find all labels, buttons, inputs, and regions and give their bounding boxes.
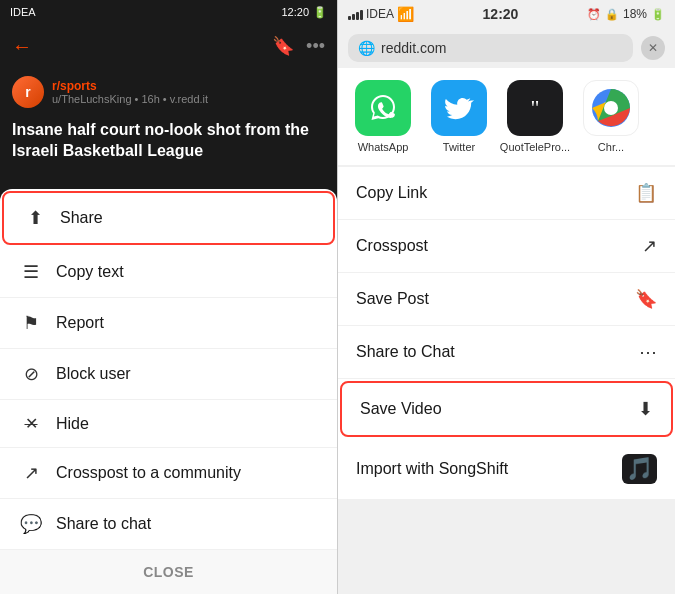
- battery-percent-right: 18%: [623, 7, 647, 21]
- hide-menu-item[interactable]: ✕ Hide: [0, 400, 337, 448]
- report-label: Report: [56, 314, 104, 332]
- twitter-label: Twitter: [443, 141, 475, 153]
- share-to-chat-label: Share to Chat: [356, 343, 455, 361]
- wifi-icon: 📶: [397, 6, 414, 22]
- url-bar: 🌐 reddit.com ✕: [338, 28, 675, 68]
- post-header: r r/sports u/TheLuchsKing • 16h • v.redd…: [0, 68, 337, 116]
- twitter-icon: [431, 80, 487, 136]
- hide-icon: ✕: [20, 414, 42, 433]
- whatsapp-icon: [355, 80, 411, 136]
- share-chat-label: Share to chat: [56, 515, 151, 533]
- crosspost-menu-item[interactable]: ↗ Crosspost to a community: [0, 448, 337, 499]
- signal-bar-1: [348, 16, 351, 20]
- signal-bar-3: [356, 12, 359, 20]
- nav-bar-left: ← 🔖 •••: [0, 24, 337, 68]
- copy-text-menu-item[interactable]: ☰ Copy text: [0, 247, 337, 298]
- copy-link-item[interactable]: Copy Link 📋: [338, 167, 675, 220]
- url-text: reddit.com: [381, 40, 446, 56]
- quot-label: QuotTelePro...: [500, 141, 570, 153]
- status-right-left: 12:20 🔋: [281, 6, 327, 19]
- share-apps-row: WhatsApp Twitter " QuotTelePro...: [338, 68, 675, 165]
- save-video-icon: ⬇: [638, 398, 653, 420]
- quot-icon-text: ": [531, 95, 540, 121]
- twitter-app[interactable]: Twitter: [424, 80, 494, 153]
- share-label: Share: [60, 209, 103, 227]
- import-songshift-label: Import with SongShift: [356, 460, 508, 478]
- bottom-sheet: ⬆ Share ☰ Copy text ⚑ Report ⊘ Block use…: [0, 189, 337, 594]
- import-songshift-icon: 🎵: [622, 454, 657, 484]
- close-button[interactable]: CLOSE: [0, 550, 337, 594]
- import-songshift-item[interactable]: Import with SongShift 🎵: [338, 439, 675, 500]
- url-input-wrap[interactable]: 🌐 reddit.com: [348, 34, 633, 62]
- chrome-label: Chr...: [598, 141, 624, 153]
- left-phone: IDEA 12:20 🔋 ← 🔖 ••• r r/sports u/TheLuc…: [0, 0, 337, 594]
- more-icon[interactable]: •••: [306, 36, 325, 57]
- copy-link-icon: 📋: [635, 182, 657, 204]
- report-icon: ⚑: [20, 312, 42, 334]
- chrome-app[interactable]: Chr...: [576, 80, 646, 153]
- post-meta: r/sports u/TheLuchsKing • 16h • v.redd.i…: [52, 79, 208, 105]
- save-post-label: Save Post: [356, 290, 429, 308]
- share-icon: ⬆: [24, 207, 46, 229]
- share-to-chat-icon: ⋯: [639, 341, 657, 363]
- share-chat-icon: 💬: [20, 513, 42, 535]
- save-video-label: Save Video: [360, 400, 442, 418]
- signal-group: IDEA 📶: [348, 6, 414, 22]
- hide-label: Hide: [56, 415, 89, 433]
- post-user: u/TheLuchsKing • 16h • v.redd.it: [52, 93, 208, 105]
- time-left: 12:20: [281, 6, 309, 18]
- time-right: 12:20: [483, 6, 519, 22]
- quot-app[interactable]: " QuotTelePro...: [500, 80, 570, 153]
- carrier-right: IDEA: [366, 7, 394, 21]
- signal-bars: [348, 8, 363, 20]
- carrier-left: IDEA: [10, 6, 36, 18]
- chrome-icon: [583, 80, 639, 136]
- battery-group-right: ⏰ 🔒 18% 🔋: [587, 7, 665, 21]
- status-bar-right: IDEA 📶 12:20 ⏰ 🔒 18% 🔋: [338, 0, 675, 28]
- crosspost-label: Crosspost to a community: [56, 464, 241, 482]
- status-bar-left: IDEA 12:20 🔋: [0, 0, 337, 24]
- back-icon[interactable]: ←: [12, 35, 32, 58]
- signal-bar-2: [352, 14, 355, 20]
- copy-link-label: Copy Link: [356, 184, 427, 202]
- globe-icon: 🌐: [358, 40, 375, 56]
- signal-bar-4: [360, 10, 363, 20]
- block-label: Block user: [56, 365, 131, 383]
- copy-text-label: Copy text: [56, 263, 124, 281]
- whatsapp-label: WhatsApp: [358, 141, 409, 153]
- copy-text-icon: ☰: [20, 261, 42, 283]
- alarm-icon: ⏰: [587, 8, 601, 21]
- save-video-item[interactable]: Save Video ⬇: [340, 381, 673, 437]
- crosspost-label: Crosspost: [356, 237, 428, 255]
- share-to-chat-item[interactable]: Share to Chat ⋯: [338, 326, 675, 379]
- battery-left: 🔋: [313, 6, 327, 19]
- right-phone: IDEA 📶 12:20 ⏰ 🔒 18% 🔋 🌐 reddit.com ✕ Wh…: [337, 0, 675, 594]
- post-title: Insane half court no-look shot from the …: [0, 116, 337, 170]
- crosspost-item[interactable]: Crosspost ↗: [338, 220, 675, 273]
- subreddit-label[interactable]: r/sports: [52, 79, 208, 93]
- bookmark-icon[interactable]: 🔖: [272, 35, 294, 57]
- quot-icon: ": [507, 80, 563, 136]
- crosspost-icon: ↗: [20, 462, 42, 484]
- save-post-icon: 🔖: [635, 288, 657, 310]
- crosspost-icon: ↗: [642, 235, 657, 257]
- share-menu-item[interactable]: ⬆ Share: [2, 191, 335, 245]
- save-post-item[interactable]: Save Post 🔖: [338, 273, 675, 326]
- report-menu-item[interactable]: ⚑ Report: [0, 298, 337, 349]
- block-icon: ⊘: [20, 363, 42, 385]
- whatsapp-app[interactable]: WhatsApp: [348, 80, 418, 153]
- share-actions-list: Copy Link 📋 Crosspost ↗ Save Post 🔖 Shar…: [338, 167, 675, 500]
- share-chat-menu-item[interactable]: 💬 Share to chat: [0, 499, 337, 550]
- svg-point-2: [604, 101, 618, 115]
- url-close-button[interactable]: ✕: [641, 36, 665, 60]
- avatar: r: [12, 76, 44, 108]
- battery-icon-right: 🔋: [651, 8, 665, 21]
- lock-icon: 🔒: [605, 8, 619, 21]
- block-menu-item[interactable]: ⊘ Block user: [0, 349, 337, 400]
